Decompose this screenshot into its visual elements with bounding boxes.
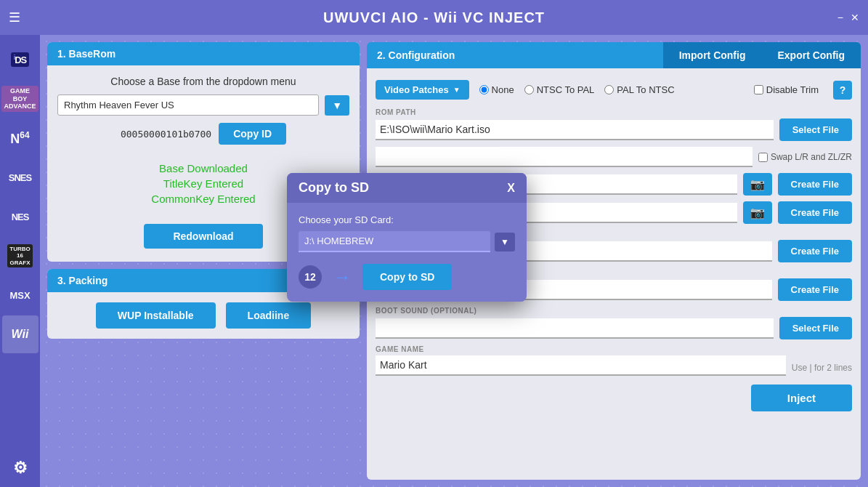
- boot-sound-field: BOOT SOUND (OPTIONAL) Select File: [376, 307, 852, 339]
- disable-trim-label[interactable]: Disable Trim: [754, 84, 819, 95]
- radio-pal-ntsc-input[interactable]: [604, 85, 614, 94]
- dialog-choose-label: Choose your SD Card:: [299, 214, 515, 225]
- dialog-header: Copy to SD X: [287, 173, 527, 203]
- content-area: 1. BaseRom Choose a Base from the dropdo…: [40, 35, 868, 487]
- choose-text: Choose a Base from the dropdown menu: [57, 76, 349, 87]
- inject-button[interactable]: Inject: [751, 385, 852, 411]
- radio-none[interactable]: None: [479, 84, 514, 95]
- boot-sound-label: BOOT SOUND (OPTIONAL): [376, 307, 852, 315]
- id-value: 00050000101b0700: [121, 129, 211, 140]
- sidebar-item-wii[interactable]: Wii: [2, 315, 38, 353]
- gamepad-create-button[interactable]: Create File: [778, 240, 852, 262]
- sidebar-item-snes[interactable]: SNES: [2, 158, 38, 196]
- logo-create-button[interactable]: Create File: [778, 278, 852, 301]
- copy-to-sd-dialog: Copy to SD X Choose your SD Card: J:\ HO…: [287, 173, 527, 302]
- dialog-copy-row: 12 → Copy to SD: [299, 264, 515, 290]
- import-config-button[interactable]: Import Config: [663, 42, 762, 68]
- dialog-title: Copy to SD: [299, 180, 369, 196]
- game-name-input[interactable]: [376, 355, 786, 376]
- sidebar-item-nes[interactable]: NES: [2, 198, 38, 236]
- image-dropdown[interactable]: [376, 147, 753, 167]
- boot-create-button[interactable]: Create File: [778, 201, 852, 224]
- rom-path-label: ROM PATH: [376, 108, 852, 116]
- image-swap-row: Swap L/R and ZL/ZR: [376, 147, 852, 167]
- export-config-button[interactable]: Export Config: [761, 42, 861, 68]
- redownload-button[interactable]: Redownload: [144, 224, 262, 249]
- video-patches-arrow-icon: ▼: [453, 86, 461, 94]
- sidebar-item-ds[interactable]: iDS: [2, 41, 38, 79]
- arrow-icon: →: [333, 267, 351, 287]
- help-button[interactable]: ?: [833, 81, 852, 100]
- baserom-header: 1. BaseRom: [47, 42, 360, 65]
- baserom-label: 1. BaseRom: [57, 48, 115, 60]
- video-patches-row: Video Patches ▼ None NTSC To PAL PAL To …: [376, 77, 852, 102]
- title-bar: ☰ UWUVCI AIO - Wii VC INJECT − ✕: [0, 0, 868, 35]
- app-title: UWUVCI AIO - Wii VC INJECT: [323, 9, 545, 26]
- radio-ntsc-pal[interactable]: NTSC To PAL: [524, 84, 595, 95]
- wup-button[interactable]: WUP Installable: [96, 302, 216, 329]
- menu-icon[interactable]: ☰: [9, 9, 20, 25]
- game-name-label: GAME NAME: [376, 345, 852, 353]
- game-name-hint: Use | for 2 lines: [792, 363, 852, 376]
- inject-row: Inject: [376, 385, 852, 411]
- radio-pal-ntsc[interactable]: PAL To NTSC: [604, 84, 674, 95]
- dialog-overlay: Copy to SD X Choose your SD Card: J:\ HO…: [287, 173, 527, 302]
- sidebar-item-tg16[interactable]: TURBO16GRAFX: [2, 237, 38, 275]
- sidebar: iDS GAMEBOYADVANCE N64 SNES NES TURBO16G…: [0, 35, 40, 487]
- dialog-dropdown-row: J:\ HOMEBREW ▼: [299, 231, 515, 252]
- sidebar-item-settings[interactable]: ⚙: [2, 449, 38, 487]
- dialog-close-button[interactable]: X: [507, 182, 515, 195]
- sidebar-item-gba[interactable]: GAMEBOYADVANCE: [2, 80, 38, 118]
- packing-label: 3. Packing: [57, 275, 108, 286]
- rom-path-field: ROM PATH Select File: [376, 108, 852, 141]
- dialog-copy-button[interactable]: Copy to SD: [362, 264, 452, 290]
- boot-sound-input-row: Select File: [376, 317, 852, 339]
- video-patches-label: Video Patches: [384, 84, 449, 95]
- rom-path-input-row: Select File: [376, 118, 852, 141]
- boot-sound-input[interactable]: [376, 318, 774, 339]
- radio-ntsc-pal-input[interactable]: [524, 85, 534, 94]
- dialog-sd-dropdown[interactable]: J:\ HOMEBREW: [299, 231, 490, 252]
- baserom-dropdown[interactable]: Rhythm Heaven Fever US: [57, 94, 319, 116]
- close-button[interactable]: ✕: [851, 12, 859, 23]
- id-row: 00050000101b0700 Copy ID: [57, 123, 349, 145]
- swap-label[interactable]: Swap L/R and ZL/ZR: [758, 152, 852, 162]
- icon-create-button[interactable]: Create File: [778, 173, 852, 196]
- disable-trim-checkbox[interactable]: [754, 85, 763, 94]
- dialog-dropdown-arrow[interactable]: ▼: [495, 233, 515, 251]
- select-file-button[interactable]: Select File: [779, 118, 852, 141]
- video-patches-dropdown[interactable]: Video Patches ▼: [376, 80, 469, 100]
- icon-camera-button[interactable]: 📷: [743, 173, 772, 196]
- baserom-dropdown-arrow[interactable]: ▼: [325, 95, 349, 116]
- minimize-button[interactable]: −: [837, 12, 843, 23]
- sidebar-item-msx[interactable]: MSX: [2, 276, 38, 314]
- image-input-row: Swap L/R and ZL/ZR: [376, 147, 852, 167]
- game-name-input-row: Use | for 2 lines: [376, 355, 852, 376]
- dialog-body: Choose your SD Card: J:\ HOMEBREW ▼ 12 →…: [287, 203, 527, 302]
- rom-path-input[interactable]: [376, 120, 774, 140]
- config-title: 2. Configuration: [367, 42, 663, 68]
- boot-sound-select-button[interactable]: Select File: [779, 317, 852, 339]
- copy-id-button[interactable]: Copy ID: [219, 123, 286, 145]
- radio-group: None NTSC To PAL PAL To NTSC: [479, 84, 675, 95]
- baserom-dropdown-row: Rhythm Heaven Fever US ▼: [57, 94, 349, 116]
- radio-none-input[interactable]: [479, 85, 489, 94]
- game-name-field: GAME NAME Use | for 2 lines: [376, 345, 852, 376]
- main-layout: iDS GAMEBOYADVANCE N64 SNES NES TURBO16G…: [0, 35, 868, 487]
- window-controls: − ✕: [837, 12, 859, 23]
- step-badge: 12: [299, 265, 322, 289]
- swap-checkbox[interactable]: [758, 153, 768, 162]
- boot-camera-button[interactable]: 📷: [743, 201, 772, 224]
- config-header: 2. Configuration Import Config Export Co…: [367, 42, 861, 68]
- sidebar-item-n64[interactable]: N64: [2, 119, 38, 157]
- loadiine-button[interactable]: Loadiine: [226, 302, 312, 329]
